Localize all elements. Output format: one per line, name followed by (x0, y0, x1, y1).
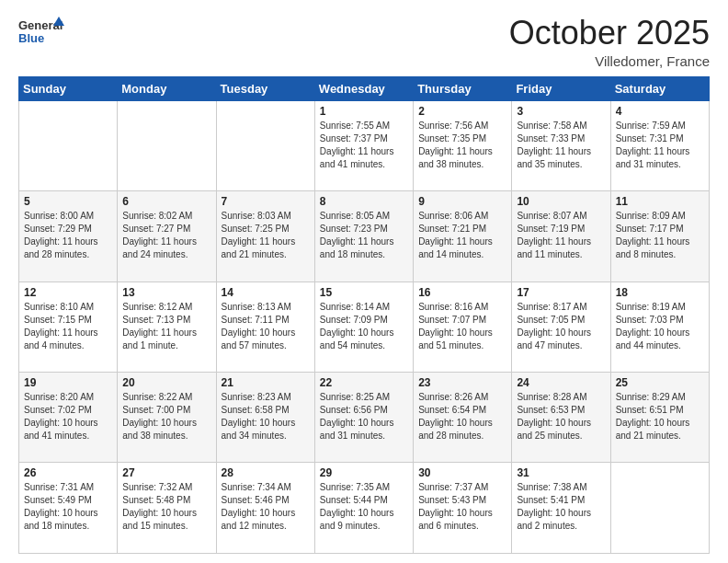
day-info: Sunrise: 7:34 AM Sunset: 5:46 PM Dayligh… (222, 481, 310, 533)
calendar-cell (216, 100, 314, 190)
calendar-cell: 16Sunrise: 8:16 AM Sunset: 7:07 PM Dayli… (414, 282, 512, 372)
day-info: Sunrise: 7:38 AM Sunset: 5:41 PM Dayligh… (517, 481, 605, 533)
calendar-cell: 26Sunrise: 7:31 AM Sunset: 5:49 PM Dayli… (19, 463, 118, 554)
day-number: 18 (616, 286, 704, 299)
calendar-cell: 2Sunrise: 7:56 AM Sunset: 7:35 PM Daylig… (414, 100, 512, 190)
day-info: Sunrise: 8:29 AM Sunset: 6:51 PM Dayligh… (616, 391, 704, 442)
day-number: 12 (24, 286, 112, 299)
logo-svg: General Blue (18, 15, 64, 48)
day-number: 26 (24, 466, 112, 479)
day-info: Sunrise: 8:17 AM Sunset: 7:05 PM Dayligh… (517, 301, 605, 352)
day-info: Sunrise: 8:28 AM Sunset: 6:53 PM Dayligh… (517, 391, 605, 442)
day-info: Sunrise: 7:31 AM Sunset: 5:49 PM Dayligh… (24, 481, 112, 533)
day-number: 20 (122, 376, 210, 389)
day-number: 5 (24, 195, 112, 208)
day-number: 23 (418, 376, 506, 389)
header-wednesday: Wednesday (314, 76, 413, 100)
day-info: Sunrise: 8:06 AM Sunset: 7:21 PM Dayligh… (418, 210, 506, 261)
day-number: 2 (418, 105, 506, 118)
day-number: 6 (122, 195, 210, 208)
day-number: 31 (517, 466, 605, 479)
calendar-cell: 10Sunrise: 8:07 AM Sunset: 7:19 PM Dayli… (512, 191, 610, 282)
calendar-cell: 19Sunrise: 8:20 AM Sunset: 7:02 PM Dayli… (19, 373, 118, 463)
header-sunday: Sunday (19, 76, 118, 100)
header-thursday: Thursday (414, 76, 512, 100)
day-number: 10 (517, 195, 605, 208)
calendar-cell: 18Sunrise: 8:19 AM Sunset: 7:03 PM Dayli… (610, 282, 709, 372)
day-number: 13 (122, 286, 210, 299)
calendar-cell: 29Sunrise: 7:35 AM Sunset: 5:44 PM Dayli… (314, 463, 413, 554)
day-info: Sunrise: 8:25 AM Sunset: 6:56 PM Dayligh… (320, 391, 408, 442)
day-info: Sunrise: 8:10 AM Sunset: 7:15 PM Dayligh… (24, 301, 112, 352)
day-info: Sunrise: 8:23 AM Sunset: 6:58 PM Dayligh… (222, 391, 310, 442)
week-row-2: 5Sunrise: 8:00 AM Sunset: 7:29 PM Daylig… (19, 191, 710, 282)
day-info: Sunrise: 8:20 AM Sunset: 7:02 PM Dayligh… (24, 391, 112, 442)
calendar-cell: 15Sunrise: 8:14 AM Sunset: 7:09 PM Dayli… (314, 282, 413, 372)
day-info: Sunrise: 8:05 AM Sunset: 7:23 PM Dayligh… (320, 210, 408, 261)
logo: General Blue (18, 15, 64, 48)
day-info: Sunrise: 8:13 AM Sunset: 7:11 PM Dayligh… (222, 301, 310, 352)
calendar-cell: 5Sunrise: 8:00 AM Sunset: 7:29 PM Daylig… (19, 191, 118, 282)
day-info: Sunrise: 8:16 AM Sunset: 7:07 PM Dayligh… (418, 301, 506, 352)
calendar-cell: 17Sunrise: 8:17 AM Sunset: 7:05 PM Dayli… (512, 282, 610, 372)
calendar-cell: 14Sunrise: 8:13 AM Sunset: 7:11 PM Dayli… (216, 282, 314, 372)
header-saturday: Saturday (610, 76, 709, 100)
title-block: October 2025 Villedomer, France (509, 15, 710, 69)
day-number: 21 (222, 376, 310, 389)
day-number: 1 (320, 105, 408, 118)
page-header: General Blue October 2025 Villedomer, Fr… (18, 15, 710, 69)
day-number: 30 (418, 466, 506, 479)
day-info: Sunrise: 7:32 AM Sunset: 5:48 PM Dayligh… (122, 481, 210, 533)
calendar-cell: 3Sunrise: 7:58 AM Sunset: 7:33 PM Daylig… (512, 100, 610, 190)
calendar-cell: 30Sunrise: 7:37 AM Sunset: 5:43 PM Dayli… (414, 463, 512, 554)
calendar-cell: 12Sunrise: 8:10 AM Sunset: 7:15 PM Dayli… (19, 282, 118, 372)
header-monday: Monday (118, 76, 216, 100)
calendar-cell: 22Sunrise: 8:25 AM Sunset: 6:56 PM Dayli… (314, 373, 413, 463)
day-info: Sunrise: 8:09 AM Sunset: 7:17 PM Dayligh… (616, 210, 704, 261)
week-row-3: 12Sunrise: 8:10 AM Sunset: 7:15 PM Dayli… (19, 282, 710, 372)
day-number: 22 (320, 376, 408, 389)
day-info: Sunrise: 8:07 AM Sunset: 7:19 PM Dayligh… (517, 210, 605, 261)
calendar-cell (610, 463, 709, 554)
calendar-cell: 21Sunrise: 8:23 AM Sunset: 6:58 PM Dayli… (216, 373, 314, 463)
day-number: 7 (222, 195, 310, 208)
day-number: 15 (320, 286, 408, 299)
day-number: 29 (320, 466, 408, 479)
calendar-cell: 31Sunrise: 7:38 AM Sunset: 5:41 PM Dayli… (512, 463, 610, 554)
week-row-5: 26Sunrise: 7:31 AM Sunset: 5:49 PM Dayli… (19, 463, 710, 554)
calendar-cell: 13Sunrise: 8:12 AM Sunset: 7:13 PM Dayli… (118, 282, 216, 372)
week-row-1: 1Sunrise: 7:55 AM Sunset: 7:37 PM Daylig… (19, 100, 710, 190)
calendar-cell: 8Sunrise: 8:05 AM Sunset: 7:23 PM Daylig… (314, 191, 413, 282)
day-number: 16 (418, 286, 506, 299)
day-number: 27 (122, 466, 210, 479)
calendar-cell: 6Sunrise: 8:02 AM Sunset: 7:27 PM Daylig… (118, 191, 216, 282)
day-number: 25 (616, 376, 704, 389)
header-friday: Friday (512, 76, 610, 100)
calendar-header-row: Sunday Monday Tuesday Wednesday Thursday… (19, 76, 710, 100)
calendar-cell: 4Sunrise: 7:59 AM Sunset: 7:31 PM Daylig… (610, 100, 709, 190)
day-number: 24 (517, 376, 605, 389)
day-number: 19 (24, 376, 112, 389)
day-number: 17 (517, 286, 605, 299)
day-info: Sunrise: 8:12 AM Sunset: 7:13 PM Dayligh… (122, 301, 210, 352)
calendar-cell: 11Sunrise: 8:09 AM Sunset: 7:17 PM Dayli… (610, 191, 709, 282)
day-number: 14 (222, 286, 310, 299)
calendar-cell: 23Sunrise: 8:26 AM Sunset: 6:54 PM Dayli… (414, 373, 512, 463)
calendar-cell: 28Sunrise: 7:34 AM Sunset: 5:46 PM Dayli… (216, 463, 314, 554)
calendar-cell: 27Sunrise: 7:32 AM Sunset: 5:48 PM Dayli… (118, 463, 216, 554)
day-number: 3 (517, 105, 605, 118)
calendar-cell: 1Sunrise: 7:55 AM Sunset: 7:37 PM Daylig… (314, 100, 413, 190)
calendar-cell (19, 100, 118, 190)
day-number: 11 (616, 195, 704, 208)
day-info: Sunrise: 7:55 AM Sunset: 7:37 PM Dayligh… (320, 120, 408, 171)
day-number: 8 (320, 195, 408, 208)
day-number: 4 (616, 105, 704, 118)
day-info: Sunrise: 8:19 AM Sunset: 7:03 PM Dayligh… (616, 301, 704, 352)
day-info: Sunrise: 8:03 AM Sunset: 7:25 PM Dayligh… (222, 210, 310, 261)
day-info: Sunrise: 7:56 AM Sunset: 7:35 PM Dayligh… (418, 120, 506, 171)
location: Villedomer, France (509, 53, 710, 69)
day-number: 28 (222, 466, 310, 479)
calendar-cell: 24Sunrise: 8:28 AM Sunset: 6:53 PM Dayli… (512, 373, 610, 463)
calendar-cell: 20Sunrise: 8:22 AM Sunset: 7:00 PM Dayli… (118, 373, 216, 463)
calendar-cell: 9Sunrise: 8:06 AM Sunset: 7:21 PM Daylig… (414, 191, 512, 282)
